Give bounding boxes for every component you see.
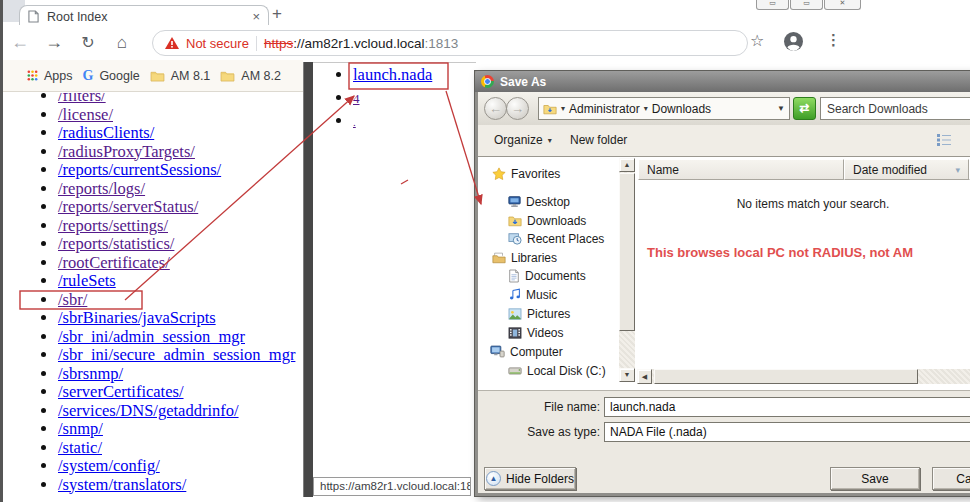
bookmark-google[interactable]: G Google [83,68,140,84]
annotation-note: This browses local PC not RADIUS, not AM [647,245,913,260]
omnibox-separator [256,36,257,51]
directory-link-rootcertificates[interactable]: /rootCertificates/ [58,253,170,272]
sidebar-item-videos[interactable]: Videos [508,324,563,341]
profile-avatar[interactable] [784,32,803,51]
new-tab-button[interactable]: + [265,4,289,24]
window-minimize-button[interactable]: ▭ [756,0,789,10]
window-close-button[interactable]: ✕ [824,0,861,10]
scroll-left-button[interactable]: ◀ [637,369,652,384]
sidebar-item-documents[interactable]: Documents [508,267,586,284]
videos-icon [508,327,522,339]
breadcrumb-history-dropdown-icon[interactable]: ▼ [777,104,785,113]
sidebar-scrollbar[interactable]: ▲ ▼ [619,157,635,390]
launch-nada-link[interactable]: launch.nada [353,65,432,84]
sidebar-item-music[interactable]: Music [508,286,557,303]
sidebar-item-pictures[interactable]: Pictures [508,305,570,322]
home-icon[interactable]: ⌂ [105,33,139,53]
breadcrumb-current[interactable]: Downloads [652,102,711,116]
sbr-link-4[interactable]: 4 [353,91,360,106]
directory-link-sbrbinaries[interactable]: /sbrBinaries/javaScripts [58,308,216,327]
directory-link-sbrini-secure[interactable]: /sbr_ini/secure_admin_session_mgr [58,345,295,364]
sidebar-item-label: Recent Places [527,232,604,246]
organize-menu[interactable]: Organize ▾ [494,133,552,147]
sidebar-item-downloads[interactable]: Downloads [508,212,586,229]
column-header-date-modified[interactable]: Date modified ▾ [844,159,969,180]
sidebar-item-favorites[interactable]: Favorites [492,165,560,182]
window-maximize-button[interactable]: ▭ [790,0,823,10]
disk-icon [508,365,522,376]
sidebar-item-local-disk-c[interactable]: Local Disk (C:) [508,362,606,379]
directory-link-servercertificates[interactable]: /serverCertificates/ [58,382,184,401]
cancel-button[interactable]: Cancel [932,467,970,490]
tab-root-index[interactable]: Root Index × [19,5,269,27]
url-host: ://am82r1.vcloud.local [293,36,424,51]
directory-link-reports-settings[interactable]: /reports/settings/ [58,216,168,235]
scroll-down-button[interactable]: ▼ [619,368,635,382]
forward-icon[interactable]: → [37,32,71,53]
sidebar-item-computer[interactable]: Computer [490,343,563,360]
star-icon [492,167,506,181]
bookmark-star-icon[interactable]: ☆ [750,31,764,50]
directory-link-snmp[interactable]: /snmp/ [58,419,103,438]
directory-link-system-config[interactable]: /system/config/ [58,456,160,475]
directory-link-license[interactable]: /license/ [58,105,113,124]
sidebar-group-label: Libraries [511,251,557,265]
scroll-up-button[interactable]: ▲ [619,158,635,172]
url-text[interactable]: https://am82r1.vcloud.local:1813 [264,36,458,51]
dialog-title-bar[interactable]: Save As [475,71,970,92]
tab-close-icon[interactable]: × [252,10,260,23]
views-icon[interactable] [936,132,952,152]
file-name-input[interactable] [604,397,970,417]
nav-back-button[interactable]: ← [484,97,507,120]
directory-link-static[interactable]: /static/ [58,438,102,457]
breadcrumb[interactable]: ▾ Administrator ▾ Downloads ▼ [538,97,790,120]
chevron-down-icon[interactable]: ▾ [561,104,565,113]
directory-link-rulesets[interactable]: /ruleSets [58,271,116,290]
pictures-icon [508,308,522,320]
address-bar[interactable]: Not secure https://am82r1.vcloud.local:1… [152,30,748,56]
directory-link-reports-logs[interactable]: /reports/logs/ [58,179,145,198]
column-header-name[interactable]: Name [638,159,844,180]
chevron-down-icon[interactable]: ▾ [644,104,648,113]
hide-folders-button[interactable]: ▲ Hide Folders [484,467,576,490]
not-secure-label[interactable]: Not secure [186,36,249,51]
new-folder-button[interactable]: New folder [570,133,627,147]
menu-icon[interactable]: ⋮ [826,31,841,49]
save-button[interactable]: Save [830,467,920,490]
sbr-link-dot[interactable]: . [353,116,356,128]
search-input[interactable] [820,97,970,120]
save-type-select[interactable]: NADA File (.nada) [604,422,970,442]
scrollbar-thumb[interactable] [654,369,918,384]
sidebar-item-libraries[interactable]: Libraries [492,249,557,266]
music-icon [508,288,521,301]
directory-link-sbrini-admin[interactable]: /sbr_ini/admin_session_mgr [58,327,245,346]
bookmark-folder-am82[interactable]: AM 8.2 [220,69,281,83]
sidebar-item-label: Downloads [527,214,586,228]
back-icon[interactable]: ← [3,32,37,53]
refresh-button[interactable]: ⇄ [793,97,816,120]
directory-link-reports-statistics[interactable]: /reports/statistics/ [58,234,174,253]
directory-link-sbrsnmp[interactable]: /sbrsnmp/ [58,364,123,383]
directory-link-reports-currentsessions[interactable]: /reports/currentSessions/ [58,160,221,179]
directory-link-radiusproxytargets[interactable]: /radiusProxyTargets/ [58,142,195,161]
bookmark-label: AM 8.2 [241,69,281,83]
directory-link-radiusclients[interactable]: /radiusClients/ [58,123,154,142]
reload-icon[interactable]: ↻ [71,33,105,52]
directory-link-filters[interactable]: /filters/ [58,93,106,105]
link-status-tooltip: https://am82r1.vcloud.local:1813 [313,477,471,496]
directory-link-reports-serverstatus[interactable]: /reports/serverStatus/ [58,197,198,216]
sidebar-item-desktop[interactable]: Desktop [508,193,570,210]
sort-indicator-icon: ▾ [955,165,960,175]
directory-link-sbr[interactable]: /sbr/ [58,290,87,309]
directory-link-services-dns[interactable]: /services/DNS/getaddrinfo/ [58,401,239,420]
nav-forward-button[interactable]: → [506,97,529,120]
sidebar-item-recent-places[interactable]: Recent Places [508,230,604,247]
directory-link-system-translators[interactable]: /system/translators/ [58,475,186,494]
bookmark-label: Google [99,69,139,83]
scrollbar-thumb[interactable] [619,173,635,331]
sidebar-item-label: Music [526,288,557,302]
bookmark-apps[interactable]: Apps [27,69,73,83]
breadcrumb-root[interactable]: Administrator [569,102,640,116]
bookmark-folder-am81[interactable]: AM 8.1 [150,69,211,83]
file-list-scrollbar[interactable]: ◀ [636,369,970,385]
